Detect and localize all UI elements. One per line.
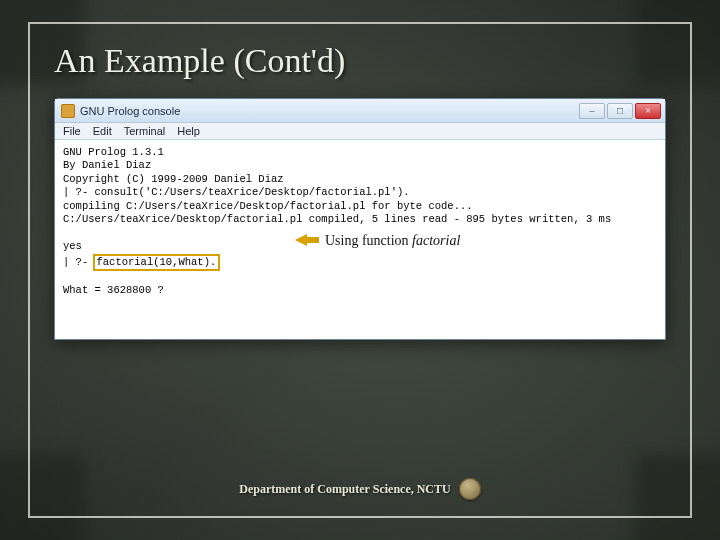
console-line: Copyright (C) 1999-2009 Daniel Diaz [63,173,284,185]
highlighted-query: factorial(10,What). [93,254,221,271]
window-titlebar[interactable]: GNU Prolog console – □ × [55,99,665,123]
console-window: GNU Prolog console – □ × File Edit Termi… [54,98,666,340]
menubar: File Edit Terminal Help [55,123,665,140]
slide-frame: An Example (Cont'd) GNU Prolog console –… [28,22,692,518]
maximize-button[interactable]: □ [607,103,633,119]
annotation-prefix: Using function [325,233,412,248]
console-query-prefix: | ?- [63,256,95,268]
window-title: GNU Prolog console [80,105,574,117]
close-button[interactable]: × [635,103,661,119]
console-line: GNU Prolog 1.3.1 [63,146,164,158]
menu-edit[interactable]: Edit [93,125,112,137]
console-result: What = 3628800 ? [63,284,164,296]
app-icon [61,104,75,118]
console-line: By Daniel Diaz [63,159,151,171]
annotation-emph: factorial [412,233,460,248]
footer-text: Department of Computer Science, NCTU [239,482,450,497]
minimize-button[interactable]: – [579,103,605,119]
menu-terminal[interactable]: Terminal [124,125,166,137]
console-line: C:/Users/teaXrice/Desktop/factorial.pl c… [63,213,611,225]
annotation-text: Using function factorial [325,232,460,250]
console-line: compiling C:/Users/teaXrice/Desktop/fact… [63,200,473,212]
university-seal-icon [459,478,481,500]
arrow-left-icon [295,232,319,248]
console-yes: yes [63,240,82,252]
console-line: | ?- consult('C:/Users/teaXrice/Desktop/… [63,186,410,198]
menu-help[interactable]: Help [177,125,200,137]
window-controls: – □ × [579,103,661,119]
slide-title: An Example (Cont'd) [54,42,666,80]
annotation: Using function factorial [295,232,460,250]
menu-file[interactable]: File [63,125,81,137]
slide-footer: Department of Computer Science, NCTU [54,478,666,502]
console-body: GNU Prolog 1.3.1 By Daniel Diaz Copyrigh… [55,140,665,339]
